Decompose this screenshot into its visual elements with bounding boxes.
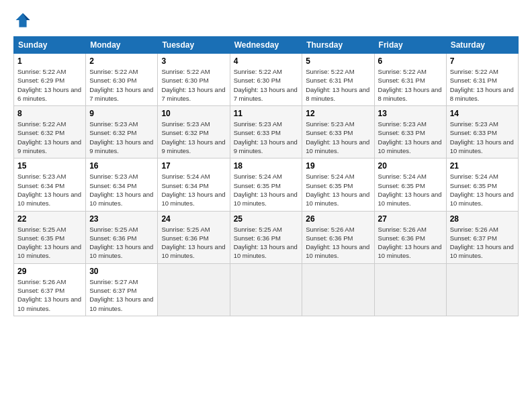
day-number: 22 (17, 214, 82, 224)
calendar-body: 1Sunrise: 5:22 AMSunset: 6:29 PMDaylight… (14, 54, 519, 316)
day-detail: Sunrise: 5:24 AMSunset: 6:35 PMDaylight:… (378, 172, 443, 208)
calendar-cell (374, 263, 446, 316)
day-number: 24 (161, 214, 226, 224)
calendar-cell: 23Sunrise: 5:25 AMSunset: 6:36 PMDayligh… (86, 211, 158, 263)
page: SundayMondayTuesdayWednesdayThursdayFrid… (0, 0, 532, 411)
day-number: 25 (234, 214, 299, 224)
calendar: SundayMondayTuesdayWednesdayThursdayFrid… (13, 36, 519, 316)
day-number: 23 (89, 214, 154, 224)
calendar-cell: 6Sunrise: 5:22 AMSunset: 6:31 PMDaylight… (374, 54, 446, 106)
calendar-cell: 22Sunrise: 5:25 AMSunset: 6:35 PMDayligh… (14, 211, 86, 263)
day-number: 7 (450, 56, 515, 66)
calendar-cell: 1Sunrise: 5:22 AMSunset: 6:29 PMDaylight… (14, 54, 86, 106)
calendar-cell: 25Sunrise: 5:25 AMSunset: 6:36 PMDayligh… (230, 211, 302, 263)
day-number: 29 (17, 267, 82, 276)
calendar-cell: 16Sunrise: 5:23 AMSunset: 6:34 PMDayligh… (86, 158, 158, 211)
day-detail: Sunrise: 5:23 AMSunset: 6:34 PMDaylight:… (89, 172, 154, 208)
day-detail: Sunrise: 5:22 AMSunset: 6:30 PMDaylight:… (234, 67, 299, 103)
day-number: 8 (17, 109, 82, 118)
weekday-header-saturday: Saturday (446, 37, 518, 54)
calendar-cell: 24Sunrise: 5:25 AMSunset: 6:36 PMDayligh… (158, 211, 230, 263)
day-detail: Sunrise: 5:26 AMSunset: 6:37 PMDaylight:… (17, 277, 82, 313)
day-detail: Sunrise: 5:22 AMSunset: 6:31 PMDaylight:… (450, 67, 515, 103)
calendar-cell (446, 263, 518, 316)
day-number: 1 (17, 56, 82, 66)
calendar-cell: 20Sunrise: 5:24 AMSunset: 6:35 PMDayligh… (374, 158, 446, 211)
day-detail: Sunrise: 5:26 AMSunset: 6:36 PMDaylight:… (306, 225, 370, 261)
calendar-cell (158, 263, 230, 316)
day-detail: Sunrise: 5:22 AMSunset: 6:30 PMDaylight:… (161, 67, 226, 103)
weekday-header-tuesday: Tuesday (158, 37, 230, 54)
day-number: 26 (306, 214, 370, 224)
day-number: 5 (306, 56, 370, 66)
calendar-week-4: 22Sunrise: 5:25 AMSunset: 6:35 PMDayligh… (14, 211, 519, 263)
day-detail: Sunrise: 5:22 AMSunset: 6:31 PMDaylight:… (378, 67, 443, 103)
calendar-week-2: 8Sunrise: 5:22 AMSunset: 6:32 PMDaylight… (14, 106, 519, 158)
day-number: 28 (450, 214, 515, 224)
day-number: 20 (378, 161, 443, 171)
calendar-week-5: 29Sunrise: 5:26 AMSunset: 6:37 PMDayligh… (14, 263, 519, 316)
day-number: 11 (234, 109, 299, 118)
day-detail: Sunrise: 5:22 AMSunset: 6:30 PMDaylight:… (89, 67, 154, 103)
calendar-cell (230, 263, 302, 316)
day-detail: Sunrise: 5:25 AMSunset: 6:35 PMDaylight:… (17, 225, 82, 261)
calendar-cell: 11Sunrise: 5:23 AMSunset: 6:33 PMDayligh… (230, 106, 302, 158)
calendar-cell: 27Sunrise: 5:26 AMSunset: 6:36 PMDayligh… (374, 211, 446, 263)
day-detail: Sunrise: 5:23 AMSunset: 6:33 PMDaylight:… (450, 120, 515, 155)
day-number: 18 (234, 161, 299, 171)
calendar-cell: 4Sunrise: 5:22 AMSunset: 6:30 PMDaylight… (230, 54, 302, 106)
day-number: 4 (234, 56, 299, 66)
calendar-cell: 19Sunrise: 5:24 AMSunset: 6:35 PMDayligh… (302, 158, 374, 211)
day-detail: Sunrise: 5:25 AMSunset: 6:36 PMDaylight:… (89, 225, 154, 261)
calendar-cell (302, 263, 374, 316)
weekday-header-sunday: Sunday (14, 37, 86, 54)
calendar-week-3: 15Sunrise: 5:23 AMSunset: 6:34 PMDayligh… (14, 158, 519, 211)
day-detail: Sunrise: 5:26 AMSunset: 6:36 PMDaylight:… (378, 225, 443, 261)
day-number: 16 (89, 161, 154, 171)
calendar-cell: 29Sunrise: 5:26 AMSunset: 6:37 PMDayligh… (14, 263, 86, 316)
weekday-header-friday: Friday (374, 37, 446, 54)
calendar-cell: 18Sunrise: 5:24 AMSunset: 6:35 PMDayligh… (230, 158, 302, 211)
calendar-cell: 30Sunrise: 5:27 AMSunset: 6:37 PMDayligh… (86, 263, 158, 316)
calendar-cell: 28Sunrise: 5:26 AMSunset: 6:37 PMDayligh… (446, 211, 518, 263)
day-number: 13 (378, 109, 443, 118)
day-number: 9 (89, 109, 154, 118)
day-detail: Sunrise: 5:26 AMSunset: 6:37 PMDaylight:… (450, 225, 515, 261)
calendar-cell: 2Sunrise: 5:22 AMSunset: 6:30 PMDaylight… (86, 54, 158, 106)
day-detail: Sunrise: 5:24 AMSunset: 6:34 PMDaylight:… (161, 172, 226, 208)
calendar-cell: 13Sunrise: 5:23 AMSunset: 6:33 PMDayligh… (374, 106, 446, 158)
day-number: 3 (161, 56, 226, 66)
calendar-cell: 26Sunrise: 5:26 AMSunset: 6:36 PMDayligh… (302, 211, 374, 263)
weekday-header-wednesday: Wednesday (230, 37, 302, 54)
day-detail: Sunrise: 5:24 AMSunset: 6:35 PMDaylight:… (306, 172, 370, 208)
day-detail: Sunrise: 5:24 AMSunset: 6:35 PMDaylight:… (450, 172, 515, 208)
day-detail: Sunrise: 5:23 AMSunset: 6:33 PMDaylight:… (378, 120, 443, 155)
calendar-cell: 14Sunrise: 5:23 AMSunset: 6:33 PMDayligh… (446, 106, 518, 158)
calendar-cell: 15Sunrise: 5:23 AMSunset: 6:34 PMDayligh… (14, 158, 86, 211)
calendar-cell: 10Sunrise: 5:23 AMSunset: 6:32 PMDayligh… (158, 106, 230, 158)
calendar-cell: 5Sunrise: 5:22 AMSunset: 6:31 PMDaylight… (302, 54, 374, 106)
day-number: 14 (450, 109, 515, 118)
day-number: 6 (378, 56, 443, 66)
day-detail: Sunrise: 5:25 AMSunset: 6:36 PMDaylight:… (161, 225, 226, 261)
day-detail: Sunrise: 5:22 AMSunset: 6:29 PMDaylight:… (17, 67, 82, 103)
day-detail: Sunrise: 5:25 AMSunset: 6:36 PMDaylight:… (234, 225, 299, 261)
logo (13, 11, 35, 30)
header (13, 11, 519, 30)
day-number: 30 (89, 267, 154, 276)
day-number: 17 (161, 161, 226, 171)
day-number: 15 (17, 161, 82, 171)
calendar-cell: 9Sunrise: 5:23 AMSunset: 6:32 PMDaylight… (86, 106, 158, 158)
day-number: 27 (378, 214, 443, 224)
calendar-week-1: 1Sunrise: 5:22 AMSunset: 6:29 PMDaylight… (14, 54, 519, 106)
day-number: 19 (306, 161, 370, 171)
calendar-cell: 7Sunrise: 5:22 AMSunset: 6:31 PMDaylight… (446, 54, 518, 106)
day-number: 12 (306, 109, 370, 118)
day-detail: Sunrise: 5:23 AMSunset: 6:32 PMDaylight:… (161, 120, 226, 155)
calendar-cell: 21Sunrise: 5:24 AMSunset: 6:35 PMDayligh… (446, 158, 518, 211)
day-detail: Sunrise: 5:27 AMSunset: 6:37 PMDaylight:… (89, 277, 154, 313)
day-number: 2 (89, 56, 154, 66)
calendar-cell: 17Sunrise: 5:24 AMSunset: 6:34 PMDayligh… (158, 158, 230, 211)
calendar-cell: 3Sunrise: 5:22 AMSunset: 6:30 PMDaylight… (158, 54, 230, 106)
day-detail: Sunrise: 5:24 AMSunset: 6:35 PMDaylight:… (234, 172, 299, 208)
